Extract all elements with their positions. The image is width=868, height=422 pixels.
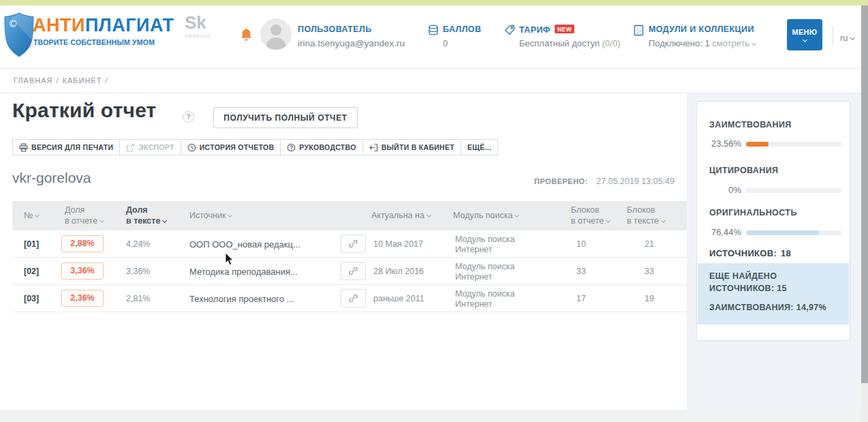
document-name: vkr-gorelova [12, 170, 91, 186]
scrollbar-thumb[interactable] [861, 5, 868, 383]
new-badge: NEW [555, 25, 574, 33]
link-icon [348, 266, 358, 276]
notifications-bell-icon[interactable] [240, 27, 253, 44]
user-avatar[interactable] [260, 18, 292, 50]
link-icon [348, 293, 358, 303]
col-header-blocks-report[interactable]: Блоков в отчете [571, 205, 610, 226]
modules-connected-text: Подключено: 1 [649, 38, 712, 48]
brand-title[interactable]: АНТИПЛАГИАТ [33, 15, 174, 36]
col-header-blocks-text[interactable]: Блоков в тексте [627, 205, 665, 226]
points-label[interactable]: БАЛЛОВ [443, 25, 481, 34]
tariff-label[interactable]: ТАРИФNEW [519, 25, 574, 35]
brand-tagline: ТВОРИТЕ СОБСТВЕННЫМ УМОМ [33, 38, 155, 46]
breadcrumb-home[interactable]: ГЛАВНАЯ [14, 76, 52, 85]
search-module: Модуль поиска Интернет [455, 262, 514, 282]
originality-progress-track [746, 230, 841, 235]
blocks-in-report: 10 [554, 239, 608, 249]
help-icon[interactable]: ? [183, 111, 194, 123]
sources-table: № Доля в отчете Доля в тексте Источник А… [12, 201, 687, 312]
antiplagiat-logo-shield-icon[interactable]: © [4, 12, 34, 57]
report-history-button[interactable]: ИСТОРИЯ ОТЧЕТОВ [181, 139, 281, 155]
citations-progress-track [746, 188, 841, 193]
skolkovo-label: Skolkovo [185, 33, 210, 39]
source-title[interactable]: Методика преподавания... [189, 267, 298, 277]
search-module-line1: Модуль поиска [455, 235, 514, 244]
copyright-glyph: © [8, 18, 18, 29]
tariff-value: Бесплатный доступ (0/0) [519, 38, 620, 48]
top-accent-strip [0, 0, 868, 5]
modules-label[interactable]: МОДУЛИ И КОЛЛЕКЦИИ [649, 25, 754, 34]
source-title[interactable]: ООП ООО_новая редакц... [189, 239, 300, 250]
sort-chevron-icon [35, 213, 40, 217]
source-link-button[interactable] [341, 235, 366, 253]
modules-view-link[interactable]: смотреть [712, 38, 756, 48]
checked-label: ПРОВЕРЕНО: [534, 177, 588, 185]
col-header-share-text[interactable]: Доля в тексте [126, 205, 166, 226]
tariff-label-text: ТАРИФ [519, 25, 551, 35]
menu-button[interactable]: МЕНЮ [787, 19, 822, 50]
brand-part-orange: АНТИ [33, 15, 85, 35]
col-header-num[interactable]: № [24, 210, 39, 221]
page-scrollbar [861, 0, 868, 422]
more-button[interactable]: ЕЩЁ... [461, 139, 498, 155]
modules-status: Подключено: 1 смотреть [649, 38, 756, 48]
search-module-line1: Модуль поиска [455, 262, 514, 271]
sources-count-value: 18 [781, 248, 791, 258]
citations-value: 0% [707, 185, 741, 195]
sort-chevron-icon [661, 218, 666, 223]
modules-document-icon [634, 25, 644, 36]
print-version-button[interactable]: ВЕРСИЯ ДЛЯ ПЕЧАТИ [12, 139, 120, 155]
source-title[interactable]: Технология проектного ... [189, 294, 294, 304]
col-blocks-report-line2: в отчете [571, 216, 604, 226]
more-label: ЕЩЁ... [467, 143, 491, 151]
guide-label: РУКОВОДСТВО [299, 143, 356, 151]
relevant-date: 10 Мая 2017 [373, 239, 423, 249]
tariff-tag-icon [504, 25, 515, 35]
more-found-sources-label: ИСТОЧНИКОВ: [709, 284, 774, 293]
search-module: Модуль поиска Интернет [455, 235, 514, 255]
breadcrumb-cabinet[interactable]: КАБИНЕТ [63, 76, 102, 85]
more-found-borrowings-label: ЗАИМСТВОВАНИЯ: [709, 303, 794, 312]
full-report-button[interactable]: ПОЛУЧИТЬ ПОЛНЫЙ ОТЧЕТ [213, 107, 358, 128]
col-blocks-text-line1: Блоков [627, 205, 655, 215]
blocks-in-text: 33 [622, 267, 677, 276]
sort-chevron-icon [228, 213, 232, 217]
chevron-down-icon [802, 37, 807, 42]
exit-to-cabinet-label: ВЫЙТИ В КАБИНЕТ [382, 143, 454, 151]
share-in-report-badge[interactable]: 2,88% [61, 235, 104, 252]
export-label: ЭКСПОРТ [138, 143, 174, 151]
guide-button[interactable]: РУКОВОДСТВО [280, 139, 362, 155]
export-button[interactable]: ЭКСПОРТ [119, 139, 181, 155]
search-module-line2: Интернет [455, 245, 493, 254]
more-found-line2: ИСТОЧНИКОВ: 15 [709, 284, 787, 293]
sources-count: ИСТОЧНИКОВ:18 [709, 248, 791, 258]
col-share-report-line1: Доля [65, 205, 84, 215]
exit-to-cabinet-button[interactable]: ВЫЙТИ В КАБИНЕТ [362, 139, 461, 155]
blocks-in-report: 33 [554, 267, 608, 276]
user-section-label[interactable]: ПОЛЬЗОВАТЕЛЬ [298, 25, 372, 34]
col-header-module[interactable]: Модуль поиска [453, 210, 518, 221]
share-in-report-badge[interactable]: 2,36% [61, 290, 104, 307]
col-header-source[interactable]: Источник [189, 210, 232, 221]
borrowings-label: ЗАИМСТВОВАНИЯ [709, 120, 792, 130]
search-module-line1: Модуль поиска [455, 289, 514, 299]
sources-count-label: ИСТОЧНИКОВ: [709, 248, 777, 258]
col-blocks-text-line2: в тексте [627, 216, 659, 226]
more-found-line1: ЕЩЕ НАЙДЕНО [709, 271, 777, 281]
menu-button-label: МЕНЮ [792, 28, 818, 36]
table-row: [01] 2,88% 4,24% ООП ООО_новая редакц...… [12, 230, 687, 258]
antiplagiat-app: © АНТИПЛАГИАТ ТВОРИТЕ СОБСТВЕННЫМ УМОМ S… [0, 0, 868, 422]
share-in-report-badge[interactable]: 3,36% [61, 262, 104, 280]
breadcrumb-separator: / [56, 76, 59, 85]
col-module-label: Модуль поиска [453, 211, 512, 220]
share-in-text-value: 2,81% [126, 294, 150, 303]
col-header-share-report[interactable]: Доля в отчете [65, 205, 104, 226]
table-row: [02] 3,36% 3,36% Методика преподавания..… [12, 258, 687, 285]
breadcrumb: ГЛАВНАЯ/КАБИНЕТ/ [0, 68, 868, 93]
language-selector[interactable]: ru [840, 33, 854, 43]
source-link-button[interactable] [341, 289, 366, 307]
language-code: ru [840, 33, 848, 43]
sort-chevron-icon [606, 218, 610, 223]
col-header-relevant[interactable]: Актуальна на [371, 210, 431, 221]
source-link-button[interactable] [341, 262, 366, 280]
